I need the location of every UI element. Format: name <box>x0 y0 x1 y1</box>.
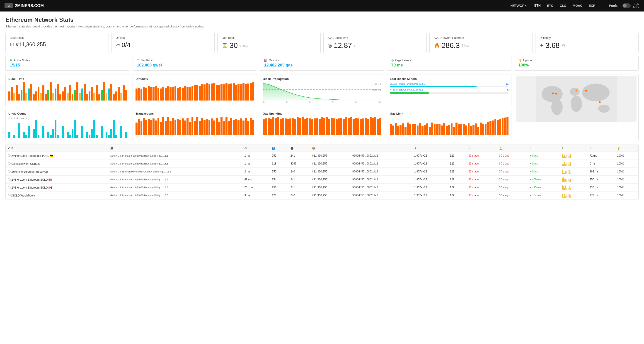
td-client: Geth/v1.9.24-stable-cc05b050/linux-amd64… <box>108 160 242 168</box>
bar <box>136 122 138 135</box>
nav-link-eth[interactable]: ETH <box>531 0 544 12</box>
nav-link-etc[interactable]: ETC <box>544 0 556 12</box>
bar <box>28 88 30 101</box>
miners-title: Last Blocks Miners <box>390 77 508 81</box>
td-block-hash: 9660d455...6862dfa2 <box>350 168 412 176</box>
brand: ⊡ 2MINERS.COM <box>4 3 44 9</box>
brand-name: 2MINERS.COM <box>15 4 44 8</box>
propagation-svg: 40% 20% <box>263 82 381 101</box>
bar <box>263 119 265 135</box>
label: 🖥 Active Nodes <box>10 59 126 62</box>
bar <box>438 124 440 135</box>
td-status: 2Miners.com Ethereum SOLO 🇺🇸 <box>6 176 108 184</box>
last-block-icon: ⌛ <box>222 43 228 49</box>
spark-bar <box>566 180 566 182</box>
spark-bar <box>570 179 571 182</box>
bar <box>155 86 157 101</box>
td-uptime: 100% <box>615 184 638 192</box>
map-dot-eu <box>576 90 577 91</box>
miner-addr-2: 0x5A0b54D5dc17e0AadC383d... 5 <box>390 89 508 92</box>
page-content: Ethereum Network Stats Ethereum stats da… <box>0 12 644 344</box>
toggle-switch[interactable] <box>622 4 631 8</box>
td-best-block: #11,360,255 <box>310 168 350 176</box>
spark-bar <box>564 194 565 198</box>
bar <box>192 86 194 101</box>
bar <box>220 117 222 135</box>
transactions-title: Transactions <box>136 112 254 115</box>
prop-x-6: 6s <box>332 101 334 103</box>
td-uptime: 100% <box>615 152 638 160</box>
bar <box>182 118 184 135</box>
td-difficulty: 1.907e+22 <box>412 168 448 176</box>
bar <box>309 118 311 135</box>
spark-bar <box>567 181 568 182</box>
bar <box>47 132 50 138</box>
bar <box>230 118 232 135</box>
bar <box>189 87 191 101</box>
bar <box>456 122 458 135</box>
nav-pools-link[interactable]: Pools <box>606 4 621 8</box>
spark-bar <box>570 154 571 158</box>
map-dot-usa2 <box>556 93 557 95</box>
bar <box>182 88 184 101</box>
bar <box>296 117 299 135</box>
active-nodes-icon: 🖥 <box>10 59 12 62</box>
spark-bar <box>570 162 571 166</box>
bar <box>422 126 424 135</box>
table-header-row: ✓ 🖥 💻 ⏱ 👥 ⬤ 📦 ✦ ✓ ⌛ ℹ ℹ ℹ 💡 <box>6 145 638 152</box>
nav-link-clo[interactable]: CLO <box>556 0 570 12</box>
bar <box>106 132 108 138</box>
bar <box>390 124 392 135</box>
bar <box>412 124 414 135</box>
spark-bar <box>568 170 569 174</box>
bar <box>468 123 470 135</box>
th-latency: ⏱ <box>242 145 270 152</box>
spark-bar <box>570 173 571 174</box>
prop-x-2: 2s <box>286 101 288 103</box>
bar <box>318 119 321 135</box>
stat-card-label: Difficulty <box>540 36 634 40</box>
bar <box>204 84 206 101</box>
td-last-block-time: 30 s ago <box>497 160 527 168</box>
td-status: Solomine Ethereum Reserved <box>6 168 108 176</box>
bar <box>443 123 445 135</box>
spark-bar <box>563 178 564 182</box>
spark-bar <box>570 169 570 174</box>
bar <box>33 94 35 101</box>
bar <box>76 82 78 101</box>
td-latency2: 178 ms <box>587 192 615 200</box>
bar <box>18 94 20 101</box>
bar <box>400 125 402 135</box>
node-name: Solomine Ethereum Reserved <box>11 170 48 173</box>
north-america <box>542 86 563 102</box>
td-propagation: ● 0 ms <box>527 152 560 160</box>
gas-limit-value: 12,402,203 gas <box>264 63 380 68</box>
bar <box>165 88 167 101</box>
bar <box>226 117 228 135</box>
block-time-bars <box>8 82 127 101</box>
bar <box>88 135 91 138</box>
nav-link-exp[interactable]: EXP <box>586 0 598 12</box>
nav-link-moac[interactable]: MOAC <box>570 0 586 12</box>
stat-card2-page-latency: ◷ Page Latency 79 ms <box>387 56 512 71</box>
bar <box>100 126 103 138</box>
td-difficulty: 1.907e+22 <box>412 176 448 184</box>
th-pending: ⬤ <box>288 145 310 152</box>
bar <box>162 117 164 135</box>
gas-price-value: 102.000 gwei <box>137 63 253 68</box>
spark-bar <box>565 171 566 174</box>
avg-block-icon: ◎ <box>328 43 332 49</box>
spark-bar <box>568 189 568 190</box>
td-sparkline <box>560 152 587 160</box>
map-dot-asia <box>599 101 600 103</box>
bar <box>336 119 338 135</box>
spark-bar <box>568 188 569 190</box>
stat-card-value: ⌛ 30 s ago <box>222 41 316 50</box>
bar <box>216 85 218 101</box>
night-theme-toggle[interactable]: Nighttheme <box>622 3 640 9</box>
stat-card-best-block: Best Block ⊡ #11,360,255 <box>6 33 109 53</box>
spark-bar <box>565 156 566 158</box>
spark-bar <box>562 194 563 198</box>
bar <box>26 93 28 101</box>
bar <box>233 120 235 135</box>
